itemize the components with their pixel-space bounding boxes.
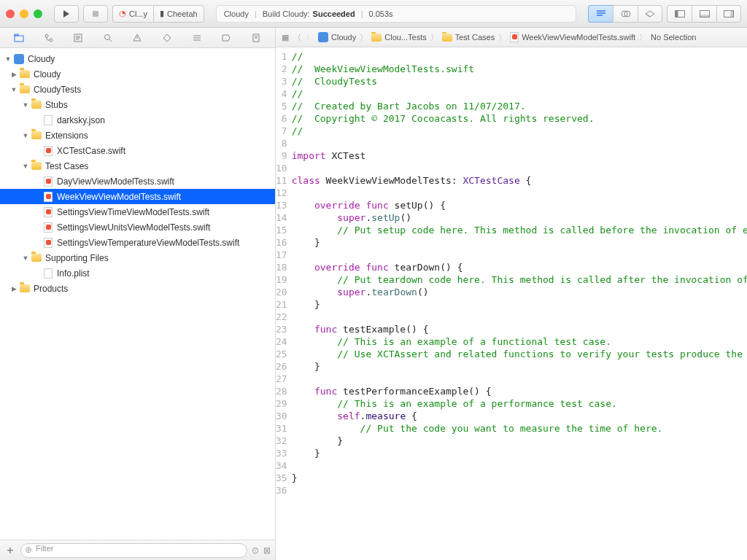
line-number[interactable]: 3 [276, 75, 287, 88]
line-number[interactable]: 29 [276, 397, 287, 410]
back-button[interactable]: 〈 [293, 32, 301, 43]
line-number[interactable]: 22 [276, 311, 287, 323]
line-number[interactable]: 28 [276, 385, 287, 397]
filter-input[interactable]: Filter [20, 543, 247, 558]
line-number[interactable]: 36 [276, 484, 287, 497]
disclosure-triangle-icon[interactable]: ▼ [22, 163, 29, 170]
tree-row[interactable]: SettingsViewTemperatureViewModelTests.sw… [0, 235, 275, 250]
source-control-navigator-tab[interactable] [43, 32, 55, 44]
issue-navigator-tab[interactable] [131, 32, 143, 44]
line-number[interactable]: 17 [276, 249, 287, 261]
code-line[interactable]: // This is an example of a functional te… [292, 335, 747, 348]
disclosure-triangle-icon[interactable]: ▶ [10, 71, 18, 78]
related-items-button[interactable]: ▦ [282, 33, 289, 42]
find-navigator-tab[interactable] [102, 32, 114, 44]
line-number[interactable]: 14 [276, 211, 287, 224]
line-number[interactable]: 13 [276, 199, 287, 211]
code-line[interactable]: } [292, 472, 747, 484]
zoom-window-button[interactable] [34, 9, 42, 18]
disclosure-triangle-icon[interactable]: ▼ [10, 86, 18, 93]
line-number[interactable]: 27 [276, 373, 287, 385]
close-window-button[interactable] [6, 9, 15, 18]
line-number[interactable]: 32 [276, 435, 287, 447]
code-line[interactable] [292, 373, 747, 385]
forward-button[interactable]: 〉 [306, 32, 314, 43]
code-line[interactable]: // Put teardown code here. This method i… [292, 273, 747, 286]
test-navigator-tab[interactable] [161, 32, 173, 44]
toggle-right-panel-button[interactable] [716, 5, 741, 23]
version-editor-button[interactable] [638, 5, 662, 23]
line-number[interactable]: 20 [276, 286, 287, 298]
code-line[interactable]: override func tearDown() { [292, 261, 747, 273]
line-number[interactable]: 2 [276, 63, 287, 75]
tree-row[interactable]: SettingsViewUnitsViewModelTests.swift [0, 219, 275, 235]
code-line[interactable]: } [292, 298, 747, 311]
code-line[interactable]: } [292, 236, 747, 249]
line-number[interactable]: 8 [276, 137, 287, 149]
debug-navigator-tab[interactable] [191, 32, 203, 44]
tree-row[interactable]: ▼Stubs [0, 97, 275, 112]
tree-row[interactable]: SettingsViewTimeViewModelTests.swift [0, 204, 275, 219]
breakpoint-navigator-tab[interactable] [220, 32, 232, 44]
code-line[interactable]: override func setUp() { [292, 199, 747, 211]
destination-button[interactable]: ▮ Cheetah [153, 5, 204, 23]
line-number[interactable]: 9 [276, 149, 287, 162]
line-number[interactable]: 25 [276, 348, 287, 360]
tree-row[interactable]: ▼Supporting Files [0, 250, 275, 265]
code-line[interactable] [292, 187, 747, 199]
run-button[interactable] [54, 5, 79, 23]
line-number[interactable]: 26 [276, 360, 287, 373]
code-line[interactable]: // Use XCTAssert and related functions t… [292, 348, 747, 360]
tree-row[interactable]: Info.plist [0, 265, 275, 281]
line-number[interactable]: 31 [276, 422, 287, 435]
line-number[interactable]: 33 [276, 447, 287, 459]
line-number[interactable]: 18 [276, 261, 287, 273]
line-number[interactable]: 19 [276, 273, 287, 286]
tree-row[interactable]: XCTestCase.swift [0, 143, 275, 158]
disclosure-triangle-icon[interactable]: ▶ [10, 285, 18, 292]
code-line[interactable] [292, 162, 747, 174]
code-line[interactable]: } [292, 435, 747, 447]
code-line[interactable] [292, 484, 747, 497]
source-editor[interactable]: 1234567891011121314151617181920212223242… [276, 47, 747, 560]
breadcrumb-item[interactable]: Test Cases [442, 33, 495, 42]
project-navigator-tab[interactable] [13, 32, 25, 44]
breadcrumb-item[interactable]: Cloudy [318, 32, 356, 42]
assistant-editor-button[interactable] [613, 5, 638, 23]
minimize-window-button[interactable] [20, 9, 28, 18]
code-line[interactable]: // Created by Bart Jacobs on 11/07/2017. [292, 100, 747, 112]
code-line[interactable]: func testPerformanceExample() { [292, 385, 747, 397]
recent-filter-button[interactable]: ⊙ [252, 545, 259, 556]
code-line[interactable]: // Copyright © 2017 Cocoacasts. All righ… [292, 112, 747, 125]
tree-row[interactable]: darksky.json [0, 112, 275, 128]
code-line[interactable]: } [292, 360, 747, 373]
code-line[interactable]: // [292, 88, 747, 100]
add-button[interactable]: + [4, 544, 16, 557]
scheme-button[interactable]: ◔ Cl...y [112, 5, 153, 23]
code-line[interactable] [292, 249, 747, 261]
disclosure-triangle-icon[interactable]: ▼ [22, 101, 29, 109]
code-line[interactable]: // This is an example of a performance t… [292, 397, 747, 410]
scheme-selector[interactable]: ◔ Cl...y ▮ Cheetah [112, 5, 204, 23]
symbol-navigator-tab[interactable] [72, 32, 84, 44]
stop-button[interactable] [83, 5, 108, 23]
disclosure-triangle-icon[interactable]: ▼ [22, 254, 29, 262]
breadcrumb-item[interactable]: WeekViewViewModelTests.swift [510, 32, 635, 42]
code-line[interactable]: self.measure { [292, 410, 747, 422]
line-number[interactable]: 35 [276, 472, 287, 484]
line-number[interactable]: 10 [276, 162, 287, 174]
code-line[interactable] [292, 459, 747, 472]
report-navigator-tab[interactable] [250, 32, 262, 44]
code-line[interactable]: // CloudyTests [292, 75, 747, 88]
line-number[interactable]: 7 [276, 125, 287, 137]
tree-row[interactable]: ▼Cloudy [0, 51, 275, 66]
breadcrumb-item[interactable]: Clou...Tests [371, 33, 426, 42]
line-number[interactable]: 1 [276, 50, 287, 63]
code-line[interactable]: // [292, 125, 747, 137]
disclosure-triangle-icon[interactable]: ▼ [4, 55, 12, 63]
code-line[interactable]: func testExample() { [292, 323, 747, 335]
code-line[interactable]: super.setUp() [292, 211, 747, 224]
line-number[interactable]: 5 [276, 100, 287, 112]
code-line[interactable]: // Put the code you want to measure the … [292, 422, 747, 435]
breadcrumb-item[interactable]: No Selection [651, 33, 696, 42]
